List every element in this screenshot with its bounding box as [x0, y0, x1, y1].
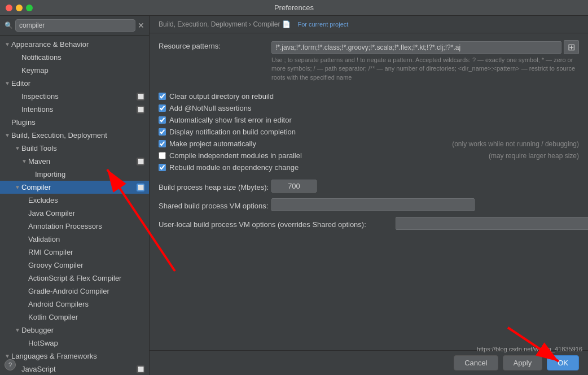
sidebar-item-validation[interactable]: Validation	[0, 233, 149, 246]
label-clear-output: Clear output directory on rebuild	[169, 92, 274, 101]
sidebar-item-label: JavaScript	[21, 365, 137, 373]
sidebar-item-rmi-compiler[interactable]: RMI Compiler	[0, 246, 149, 259]
sidebar-item-label: HotSwap	[28, 339, 144, 347]
arrow-icon: ▼	[15, 184, 21, 190]
sidebar-item-intentions[interactable]: Intentions ⬜	[0, 103, 149, 116]
sidebar-item-hotswap[interactable]: HotSwap	[0, 337, 149, 350]
sidebar-item-plugins[interactable]: Plugins	[0, 116, 149, 129]
label-auto-show-error: Automatically show first error in editor	[169, 116, 292, 124]
checkbox-row-auto-show-error: Automatically show first error in editor	[159, 116, 579, 124]
sidebar-item-build-exec-deploy[interactable]: ▼ Build, Execution, Deployment	[0, 129, 149, 142]
user-local-jvm-input[interactable]	[396, 217, 588, 230]
page-icon-compiler: ⬜	[137, 184, 144, 191]
ok-button[interactable]: OK	[547, 355, 579, 370]
page-icon-js: ⬜	[137, 365, 144, 373]
checkbox-row-clear-output: Clear output directory on rebuild	[159, 92, 579, 101]
shared-jvm-label: Shared build process VM options:	[159, 200, 271, 210]
label-parallel: Compile independent modules in parallel	[169, 151, 302, 160]
breadcrumb: Build, Execution, Deployment › Compiler …	[150, 16, 588, 33]
content-panel: Build, Execution, Deployment › Compiler …	[150, 16, 588, 375]
sidebar-item-android-compilers[interactable]: Android Compilers	[0, 298, 149, 311]
resource-patterns-input[interactable]	[271, 41, 561, 54]
sidebar-item-languages-frameworks[interactable]: ▼ Languages & Frameworks	[0, 350, 149, 363]
checkbox-row-notnull: Add @NotNull assertions	[159, 104, 579, 112]
window-title: Preferences	[274, 3, 314, 12]
page-icon-inspections: ⬜	[137, 93, 144, 101]
checkbox-parallel[interactable]	[159, 152, 166, 159]
sidebar-item-javascript[interactable]: JavaScript ⬜	[0, 363, 149, 375]
sidebar-item-maven[interactable]: ▼ Maven ⬜	[0, 155, 149, 168]
sidebar-item-label: Notifications	[21, 53, 144, 62]
checkbox-notify[interactable]	[159, 128, 166, 136]
resource-hint-text: Use ; to separate patterns and ! to nega…	[271, 56, 579, 82]
checkbox-row-make-auto: Make project automatically (only works w…	[159, 139, 579, 148]
sidebar-item-label: RMI Compiler	[28, 248, 144, 256]
shared-jvm-row: Shared build process VM options:	[159, 198, 579, 211]
checkbox-auto-show-error[interactable]	[159, 116, 166, 124]
sidebar-item-label: Intentions	[21, 105, 137, 114]
sidebar-item-kotlin-compiler[interactable]: Kotlin Compiler	[0, 311, 149, 324]
title-bar: Preferences	[0, 0, 588, 16]
sidebar-item-label: Android Compilers	[28, 300, 144, 308]
search-clear-button[interactable]: ✕	[138, 21, 144, 30]
main-container: 🔍 ✕ ▼ Appearance & Behavior Notification…	[0, 16, 588, 375]
sidebar-item-appearance[interactable]: ▼ Appearance & Behavior	[0, 38, 149, 51]
checkbox-row-parallel: Compile independent modules in parallel …	[159, 151, 579, 160]
arrow-icon: ▼	[5, 132, 11, 138]
sidebar-item-build-tools[interactable]: ▼ Build Tools	[0, 142, 149, 155]
sidebar-item-label: Appearance & Behavior	[11, 40, 144, 49]
arrow-icon: ▼	[5, 353, 11, 359]
sidebar-item-annotation-processors[interactable]: Annotation Processors	[0, 220, 149, 233]
sidebar-item-keymap[interactable]: Keymap	[0, 64, 149, 77]
sidebar-item-inspections[interactable]: Inspections ⬜	[0, 90, 149, 103]
arrow-icon: ▼	[5, 41, 11, 47]
sidebar-item-label: ActionScript & Flex Compiler	[28, 274, 144, 282]
resource-input-row: ⊞	[271, 40, 579, 54]
sidebar-item-debugger[interactable]: ▼ Debugger	[0, 324, 149, 337]
sidebar-item-editor[interactable]: ▼ Editor	[0, 77, 149, 90]
label-rebuild: Rebuild module on dependency change	[169, 163, 299, 172]
sidebar-item-label: Build Tools	[21, 144, 144, 152]
user-local-jvm-value-container	[396, 217, 588, 230]
sidebar-item-label: Plugins	[11, 118, 144, 127]
sidebar-item-gradle-android[interactable]: Gradle-Android Compiler	[0, 285, 149, 298]
sidebar-item-label: Languages & Frameworks	[11, 352, 144, 360]
expand-resource-button[interactable]: ⊞	[564, 40, 579, 54]
sidebar-item-label: Groovy Compiler	[28, 261, 144, 269]
heap-size-input[interactable]	[271, 180, 317, 193]
project-tag: For current project	[297, 21, 348, 28]
checkbox-clear-output[interactable]	[159, 93, 166, 100]
sidebar-item-label: Excludes	[28, 196, 144, 204]
sidebar-item-label: Gradle-Android Compiler	[28, 287, 144, 295]
shared-jvm-value-container	[271, 198, 579, 211]
breadcrumb-path: Build, Execution, Deployment › Compiler	[159, 20, 280, 28]
window-controls[interactable]	[6, 5, 33, 11]
sidebar-item-excludes[interactable]: Excludes	[0, 194, 149, 207]
arrow-icon: ▼	[5, 80, 11, 86]
checkbox-make-auto[interactable]	[159, 140, 166, 147]
sidebar-item-label: Annotation Processors	[28, 222, 144, 230]
sidebar-item-compiler[interactable]: ▼ Compiler ⬜	[0, 181, 149, 194]
help-button[interactable]: ?	[5, 359, 16, 370]
shared-jvm-input[interactable]	[271, 198, 475, 211]
cancel-button[interactable]: Cancel	[454, 355, 498, 370]
user-local-jvm-row: User-local build process VM options (ove…	[159, 217, 579, 230]
checkbox-notnull[interactable]	[159, 104, 166, 112]
maximize-button[interactable]	[26, 5, 33, 11]
sidebar-item-label: Build, Execution, Deployment	[11, 131, 144, 139]
sidebar-item-importing[interactable]: Importing	[0, 168, 149, 181]
sidebar-item-label: Importing	[35, 170, 144, 178]
apply-button[interactable]: Apply	[503, 355, 543, 370]
sidebar-item-groovy-compiler[interactable]: Groovy Compiler	[0, 259, 149, 272]
minimize-button[interactable]	[16, 5, 23, 11]
checkbox-row-notify: Display notification on build completion	[159, 128, 579, 136]
sidebar-item-notifications[interactable]: Notifications	[0, 51, 149, 64]
arrow-icon: ▼	[15, 327, 21, 333]
close-button[interactable]	[6, 5, 12, 11]
arrow-icon: ▼	[15, 145, 21, 151]
checkbox-rebuild[interactable]	[159, 164, 166, 171]
sidebar-item-java-compiler[interactable]: Java Compiler	[0, 207, 149, 220]
search-input[interactable]	[15, 19, 135, 32]
sidebar-item-actionscript-flex[interactable]: ActionScript & Flex Compiler	[0, 272, 149, 285]
separator-2	[159, 175, 579, 180]
